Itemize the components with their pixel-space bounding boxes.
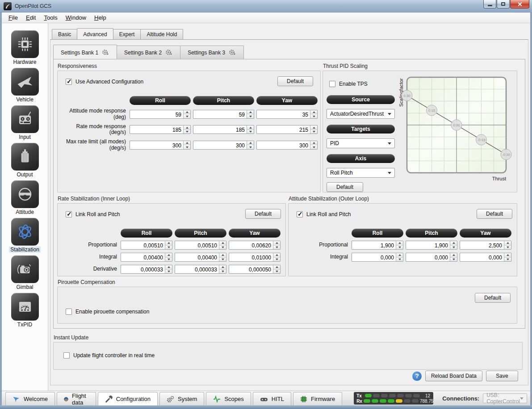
spin-down[interactable]: [165, 246, 172, 250]
spin-up[interactable]: [310, 141, 317, 146]
mode-tab-system[interactable]: System: [159, 392, 204, 405]
spin-down[interactable]: [396, 246, 403, 250]
spin-up[interactable]: [310, 110, 317, 115]
tab-expert[interactable]: Expert: [113, 29, 141, 39]
targets-dropdown[interactable]: PID: [327, 138, 395, 148]
spin-up[interactable]: [310, 125, 317, 130]
rate-proportional-yaw-spinbox[interactable]: 0,00620: [229, 241, 281, 250]
spin-down[interactable]: [247, 145, 254, 149]
spin-down[interactable]: [396, 258, 403, 262]
spin-down[interactable]: [219, 246, 226, 250]
spin-up[interactable]: [165, 253, 172, 258]
mode-tab-flight-data[interactable]: Flight data: [57, 392, 96, 405]
axis-dropdown[interactable]: Roll Pitch: [327, 168, 395, 178]
rate-derivative-yaw-spinbox[interactable]: 0,000050: [229, 265, 281, 274]
menu-file[interactable]: File: [4, 13, 22, 22]
source-dropdown[interactable]: ActuatorDesiredThrust: [327, 109, 395, 119]
maximize-button[interactable]: [497, 0, 510, 8]
save-button[interactable]: Save: [486, 371, 518, 381]
tab-settings-bank-2[interactable]: Settings Bank 2: [117, 46, 180, 59]
menu-edit[interactable]: Edit: [22, 13, 40, 22]
spin-down[interactable]: [310, 130, 317, 134]
spin-down[interactable]: [504, 246, 511, 250]
spin-down[interactable]: [219, 270, 226, 274]
spin-down[interactable]: [184, 130, 190, 134]
attitude-default-button[interactable]: Default: [477, 209, 512, 219]
checkbox-box[interactable]: [66, 79, 72, 85]
spin-down[interactable]: [184, 145, 190, 149]
max-rate-limit-roll-spinbox[interactable]: 300: [130, 141, 191, 150]
mode-tab-welcome[interactable]: Welcome: [5, 392, 55, 405]
menu-help[interactable]: Help: [90, 13, 110, 22]
spin-up[interactable]: [504, 253, 511, 258]
tab-altitude-hold[interactable]: Altitude Hold: [140, 29, 183, 39]
attitude-response-yaw-spinbox[interactable]: 35: [256, 110, 318, 119]
checkbox-box[interactable]: [329, 81, 335, 87]
checkbox-box[interactable]: [66, 211, 72, 217]
attitude-integral-roll-spinbox[interactable]: 0,000: [352, 253, 403, 262]
rate-default-button[interactable]: Default: [245, 209, 281, 219]
rate-response-pitch-spinbox[interactable]: 185: [193, 125, 254, 134]
spin-up[interactable]: [273, 241, 280, 246]
checkbox-box[interactable]: [297, 211, 303, 217]
spin-up[interactable]: [219, 241, 226, 246]
rate-integral-pitch-spinbox[interactable]: 0,00400: [175, 253, 226, 262]
spin-up[interactable]: [184, 141, 190, 146]
spin-up[interactable]: [273, 265, 280, 270]
rate-response-roll-spinbox[interactable]: 185: [130, 125, 191, 134]
mode-tab-configuration[interactable]: Configuration: [98, 392, 158, 405]
mode-tab-scopes[interactable]: Scopes: [206, 392, 251, 405]
menu-window[interactable]: Window: [62, 13, 90, 22]
spin-up[interactable]: [247, 125, 254, 130]
thrust-scaling-chart[interactable]: Scalingfactor: [398, 76, 515, 184]
sidebar-item-hardware[interactable]: Hardware: [11, 30, 39, 65]
spin-down[interactable]: [273, 270, 280, 274]
attitude-response-pitch-spinbox[interactable]: 59: [193, 110, 254, 119]
sidebar-item-gimbal[interactable]: Gimbal: [11, 255, 39, 290]
tab-settings-bank-3[interactable]: Settings Bank 3: [180, 46, 244, 59]
sidebar-item-txpid[interactable]: TxPID: [11, 293, 39, 328]
spin-up[interactable]: [219, 265, 226, 270]
attitude-integral-yaw-spinbox[interactable]: 0,000: [460, 253, 511, 262]
spin-up[interactable]: [165, 265, 172, 270]
enable-tps-checkbox[interactable]: Enable TPS: [329, 81, 395, 87]
spin-down[interactable]: [165, 258, 172, 262]
spin-up[interactable]: [396, 241, 403, 246]
sidebar-item-vehicle[interactable]: Vehicle: [11, 68, 39, 103]
minimize-button[interactable]: [483, 0, 496, 8]
reload-board-data-button[interactable]: Reload Board Data: [425, 371, 482, 381]
rate-derivative-roll-spinbox[interactable]: 0,000033: [121, 265, 172, 274]
spin-up[interactable]: [247, 141, 254, 146]
attitude-link-roll-pitch-checkbox[interactable]: Link Roll and Pitch: [297, 211, 351, 217]
sidebar-item-output[interactable]: Output: [11, 143, 39, 178]
max-rate-limit-pitch-spinbox[interactable]: 300: [193, 141, 254, 150]
rate-integral-roll-spinbox[interactable]: 0,00400: [121, 253, 172, 262]
attitude-proportional-roll-spinbox[interactable]: 1,900: [352, 241, 403, 250]
sidebar-item-input[interactable]: Input: [11, 105, 39, 140]
spin-down[interactable]: [247, 114, 254, 118]
attitude-proportional-yaw-spinbox[interactable]: 2,500: [460, 241, 511, 250]
spin-up[interactable]: [165, 241, 172, 246]
update-realtime-checkbox[interactable]: Update flight controller in real time: [63, 352, 155, 359]
rate-proportional-roll-spinbox[interactable]: 0,00510: [121, 241, 172, 250]
responsiveness-default-button[interactable]: Default: [277, 76, 313, 86]
spin-up[interactable]: [504, 241, 511, 246]
thrust-default-button[interactable]: Default: [327, 182, 363, 192]
rate-link-roll-pitch-checkbox[interactable]: Link Roll and Pitch: [66, 211, 120, 217]
max-rate-limit-yaw-spinbox[interactable]: 300: [256, 141, 318, 150]
attitude-proportional-pitch-spinbox[interactable]: 1,900: [406, 241, 457, 250]
spin-up[interactable]: [184, 125, 190, 130]
gear-dropdown-icon[interactable]: [165, 49, 173, 56]
spin-down[interactable]: [247, 130, 254, 134]
menu-tools[interactable]: Tools: [40, 13, 61, 22]
sidebar-item-stabilization[interactable]: Stabilization: [9, 218, 41, 253]
close-button[interactable]: [510, 0, 529, 8]
spin-down[interactable]: [273, 258, 280, 262]
tab-settings-bank-1[interactable]: Settings Bank 1: [53, 45, 117, 59]
rate-response-yaw-spinbox[interactable]: 215: [256, 125, 318, 134]
spin-down[interactable]: [450, 258, 457, 262]
spin-up[interactable]: [450, 241, 457, 246]
title-bar[interactable]: OpenPilot GCS: [0, 0, 532, 13]
tab-advanced[interactable]: Advanced: [77, 28, 113, 39]
rate-derivative-pitch-spinbox[interactable]: 0,000033: [175, 265, 226, 274]
